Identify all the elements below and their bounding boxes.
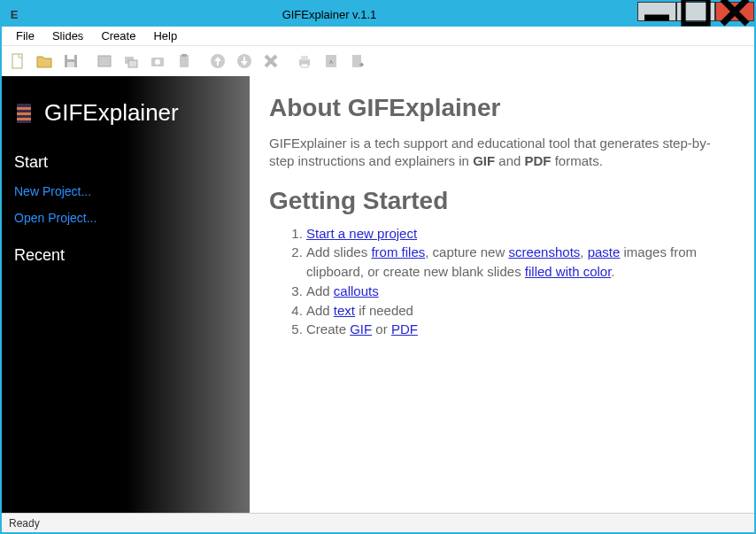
- svg-rect-27: [17, 112, 31, 115]
- svg-rect-8: [98, 56, 111, 66]
- pdf-icon: A: [322, 52, 340, 70]
- about-text: and: [495, 153, 524, 168]
- list-item: Create GIF or PDF: [306, 320, 735, 339]
- about-pdf-strong: PDF: [525, 153, 552, 168]
- sidebar: GIFExplainer Start New Project... Open P…: [2, 76, 250, 513]
- save-icon: [62, 52, 80, 70]
- content: About GIFExplainer GIFExplainer is a tec…: [250, 76, 754, 513]
- link-callouts[interactable]: callouts: [334, 283, 379, 298]
- body: GIFExplainer Start New Project... Open P…: [2, 76, 754, 513]
- getting-started-title: Getting Started: [269, 187, 735, 215]
- link-create-gif[interactable]: GIF: [350, 321, 372, 337]
- svg-rect-4: [12, 54, 22, 68]
- list-text: Add slides: [306, 244, 371, 259]
- camera-icon: [149, 52, 166, 70]
- maximize-button[interactable]: [676, 2, 715, 21]
- svg-text:A: A: [329, 59, 333, 65]
- maximize-icon: [677, 0, 714, 30]
- svg-rect-24: [352, 55, 361, 67]
- toolbar-delete-button[interactable]: [258, 49, 283, 74]
- window-title: GIFExplainer v.1.1: [21, 8, 637, 21]
- new-file-icon: [9, 52, 27, 70]
- svg-rect-26: [17, 107, 31, 110]
- svg-rect-20: [301, 56, 308, 60]
- about-gif-strong: GIF: [473, 153, 495, 168]
- list-text: ,: [580, 244, 587, 259]
- minimize-button[interactable]: [637, 2, 676, 21]
- link-screenshots[interactable]: screenshots: [508, 244, 580, 259]
- list-text: if needed: [355, 303, 413, 318]
- toolbar-new-button[interactable]: [5, 49, 30, 74]
- add-slides-icon: [122, 52, 140, 70]
- link-paste[interactable]: paste: [588, 244, 621, 259]
- list-item: Add callouts: [306, 282, 735, 301]
- brand-icon: [14, 102, 34, 125]
- menu-slides[interactable]: Slides: [43, 27, 92, 44]
- svg-point-12: [155, 59, 160, 65]
- minimize-icon: [638, 0, 675, 30]
- list-text: , capture new: [425, 244, 508, 259]
- menu-file[interactable]: File: [7, 27, 43, 44]
- arrow-down-icon: [235, 52, 253, 70]
- toolbar-export-pdf-button[interactable]: A: [319, 49, 343, 74]
- close-icon: [716, 0, 753, 30]
- sidebar-start-head: Start: [14, 153, 237, 172]
- svg-rect-7: [67, 62, 74, 67]
- link-text[interactable]: text: [334, 303, 355, 318]
- sidebar-recent-head: Recent: [14, 246, 237, 265]
- toolbar-print-button[interactable]: [292, 49, 317, 74]
- link-from-files[interactable]: from files: [371, 244, 425, 259]
- printer-icon: [296, 52, 313, 70]
- toolbar-separator: [85, 49, 90, 74]
- toolbar-save-button[interactable]: [58, 49, 83, 74]
- export-icon: [349, 52, 366, 70]
- brand: GIFExplainer: [14, 99, 237, 127]
- toolbar-separator: [198, 49, 204, 74]
- list-item: Add slides from files, capture new scree…: [306, 243, 735, 282]
- toolbar-paste-button[interactable]: [172, 49, 197, 74]
- link-filled-color[interactable]: filled with color: [525, 264, 612, 279]
- link-start-project[interactable]: Start a new project: [306, 226, 417, 241]
- list-item: Add text if needed: [306, 301, 735, 321]
- toolbar: A: [2, 46, 754, 76]
- svg-rect-14: [181, 54, 187, 57]
- titlebar[interactable]: E GIFExplainer v.1.1: [2, 2, 754, 27]
- toolbar-export-gif-button[interactable]: [345, 49, 370, 74]
- open-folder-icon: [35, 52, 53, 70]
- getting-started-list: Start a new project Add slides from file…: [306, 224, 735, 340]
- blank-slide-icon: [96, 52, 113, 70]
- list-text: .: [611, 264, 614, 279]
- list-text: Create: [306, 321, 350, 337]
- list-item: Start a new project: [306, 224, 735, 244]
- status-text: Ready: [9, 517, 40, 530]
- toolbar-add-slides-button[interactable]: [119, 49, 143, 74]
- svg-rect-28: [17, 118, 31, 120]
- menu-create[interactable]: Create: [92, 27, 144, 44]
- toolbar-screenshot-button[interactable]: [145, 49, 170, 74]
- svg-rect-6: [67, 55, 74, 59]
- toolbar-move-up-button[interactable]: [205, 49, 230, 74]
- list-text: or: [372, 321, 391, 337]
- svg-rect-10: [128, 60, 137, 67]
- svg-rect-13: [180, 55, 189, 67]
- clipboard-icon: [175, 52, 193, 70]
- toolbar-blank-slide-button[interactable]: [92, 49, 117, 74]
- window-controls: [637, 2, 754, 27]
- delete-icon: [262, 52, 280, 70]
- brand-text: GIFExplainer: [44, 99, 179, 127]
- svg-rect-1: [683, 0, 708, 24]
- svg-rect-21: [301, 64, 308, 67]
- close-button[interactable]: [715, 2, 754, 21]
- about-title: About GIFExplainer: [269, 94, 735, 122]
- list-text: Add: [306, 283, 334, 298]
- toolbar-open-button[interactable]: [32, 49, 57, 74]
- app-window: E GIFExplainer v.1.1 File Slides Create …: [0, 0, 756, 534]
- sidebar-open-project[interactable]: Open Project...: [14, 211, 237, 225]
- list-text: Add: [306, 303, 334, 318]
- toolbar-separator: [285, 49, 290, 74]
- link-create-pdf[interactable]: PDF: [391, 321, 418, 337]
- sidebar-new-project[interactable]: New Project...: [14, 184, 237, 198]
- app-icon: E: [7, 7, 21, 21]
- toolbar-move-down-button[interactable]: [232, 49, 257, 74]
- menu-help[interactable]: Help: [144, 27, 186, 44]
